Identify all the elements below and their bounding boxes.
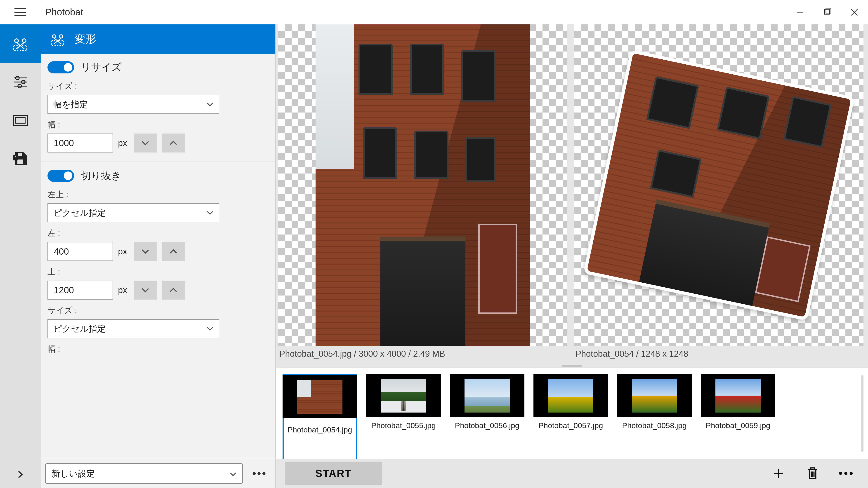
actionbar-more-button[interactable]: ••• xyxy=(834,462,859,485)
resize-title: リサイズ xyxy=(81,61,122,74)
app-title: Photobat xyxy=(45,7,83,18)
resize-width-label: 幅 : xyxy=(48,119,269,130)
crop-top-input[interactable]: 1200 xyxy=(48,281,113,300)
thumbnail-image xyxy=(283,375,357,418)
svg-rect-5 xyxy=(826,8,831,13)
svg-rect-20 xyxy=(16,118,25,123)
svg-rect-24 xyxy=(14,156,17,157)
nav-rail xyxy=(0,24,41,488)
crop-left-label: 左 : xyxy=(48,228,269,239)
crop-anchor-mode-select[interactable]: ピクセル指定 xyxy=(48,203,219,222)
main-area: Photobat_0054.jpg / 3000 x 4000 / 2.49 M… xyxy=(276,24,868,488)
nav-frame[interactable] xyxy=(0,101,41,140)
thumbnail-item[interactable]: Photobat_0056.jpg xyxy=(450,374,524,430)
crop-size-label: サイズ : xyxy=(48,305,269,316)
nav-adjust[interactable] xyxy=(0,63,41,101)
thumbnail-item[interactable]: Photobat_0058.jpg xyxy=(617,374,692,430)
resize-width-decrease[interactable] xyxy=(134,133,157,153)
add-button[interactable] xyxy=(766,462,791,485)
resize-toggle[interactable] xyxy=(48,61,74,73)
thumbnail-image xyxy=(617,374,692,417)
crop-top-label: 上 : xyxy=(48,266,269,278)
chevron-down-icon xyxy=(207,325,213,332)
start-button[interactable]: START xyxy=(285,462,382,485)
thumbnail-image xyxy=(533,374,608,417)
thumbnail-label: Photobat_0058.jpg xyxy=(622,421,686,430)
svg-point-9 xyxy=(22,39,26,42)
panel-header: 変形 xyxy=(41,24,275,54)
crop-anchor-label: 左上 : xyxy=(48,189,269,200)
resize-size-label: サイズ : xyxy=(48,80,269,92)
preview-area: Photobat_0054.jpg / 3000 x 4000 / 2.49 M… xyxy=(276,24,868,363)
thumbnail-image xyxy=(701,374,775,417)
thumbnail-item[interactable]: Photobat_0054.jpg xyxy=(283,374,357,459)
preview-result-caption: Photobat_0054 / 1248 x 1248 xyxy=(574,346,864,363)
nav-save[interactable] xyxy=(0,140,41,178)
thumbnail-image xyxy=(450,374,524,417)
chevron-down-icon xyxy=(207,209,213,217)
panel-footer: 新しい設定 ••• xyxy=(41,459,275,488)
svg-point-8 xyxy=(15,39,18,42)
window-controls xyxy=(786,0,868,24)
hamburger-menu-button[interactable] xyxy=(0,0,41,24)
crop-width-label: 幅 : xyxy=(48,344,269,355)
delete-button[interactable] xyxy=(800,462,825,485)
preview-result-canvas[interactable] xyxy=(574,24,864,346)
svg-rect-4 xyxy=(825,9,829,14)
preview-result: Photobat_0054 / 1248 x 1248 xyxy=(574,24,864,363)
crop-left-decrease[interactable] xyxy=(134,242,157,261)
thumbnail-strip: Photobat_0054.jpgPhotobat_0055.jpgPhotob… xyxy=(276,368,868,459)
crop-title: 切り抜き xyxy=(81,169,121,182)
preview-thumb-splitter[interactable] xyxy=(276,363,868,368)
crop-top-increase[interactable] xyxy=(162,281,185,300)
thumbnail-label: Photobat_0056.jpg xyxy=(455,421,519,430)
panel-title: 変形 xyxy=(74,32,96,46)
thumbnail-label: Photobat_0059.jpg xyxy=(706,421,770,430)
window-maximize-button[interactable] xyxy=(814,0,841,24)
preset-select[interactable]: 新しい設定 xyxy=(45,463,243,484)
preview-original-canvas[interactable] xyxy=(278,24,567,346)
action-bar: START ••• xyxy=(276,459,868,488)
thumbnail-label: Photobat_0055.jpg xyxy=(371,421,436,430)
crop-left-increase[interactable] xyxy=(162,242,185,261)
resize-width-input[interactable]: 1000 xyxy=(48,133,113,153)
crop-toggle[interactable] xyxy=(48,170,74,182)
panel-more-button[interactable]: ••• xyxy=(248,463,271,484)
nav-expand-button[interactable] xyxy=(0,461,41,488)
window-minimize-button[interactable] xyxy=(786,0,814,24)
chevron-down-icon xyxy=(207,101,213,108)
crop-left-input[interactable]: 400 xyxy=(48,242,113,261)
unit-label: px xyxy=(118,138,127,148)
resize-width-increase[interactable] xyxy=(162,133,185,153)
thumbnail-label: Photobat_0054.jpg xyxy=(284,422,356,434)
thumbnail-item[interactable]: Photobat_0059.jpg xyxy=(701,374,775,430)
svg-rect-37 xyxy=(811,468,814,470)
settings-panel: 変形 リサイズ サイズ : 幅を指定 幅 : xyxy=(41,24,276,488)
scissors-icon xyxy=(50,31,66,47)
thumbnail-item[interactable]: Photobat_0057.jpg xyxy=(533,374,608,430)
thumbnail-item[interactable]: Photobat_0055.jpg xyxy=(366,374,441,430)
svg-point-26 xyxy=(59,35,63,38)
chevron-down-icon xyxy=(230,469,237,479)
thumbnail-label: Photobat_0057.jpg xyxy=(538,421,603,430)
crop-top-decrease[interactable] xyxy=(134,281,157,300)
thumbnail-scrollbar[interactable] xyxy=(861,375,864,452)
crop-size-mode-select[interactable]: ピクセル指定 xyxy=(48,319,219,338)
resize-size-mode-select[interactable]: 幅を指定 xyxy=(48,95,219,114)
thumbnail-image xyxy=(366,374,441,417)
section-resize: リサイズ サイズ : 幅を指定 幅 : 1000 px xyxy=(41,54,275,162)
titlebar: Photobat xyxy=(0,0,868,24)
section-crop: 切り抜き 左上 : ピクセル指定 左 : 400 px xyxy=(41,162,275,367)
preview-original-caption: Photobat_0054.jpg / 3000 x 4000 / 2.49 M… xyxy=(278,346,567,363)
nav-transform[interactable] xyxy=(0,24,41,63)
preview-original: Photobat_0054.jpg / 3000 x 4000 / 2.49 M… xyxy=(278,24,567,363)
window-close-button[interactable] xyxy=(841,0,868,24)
svg-point-25 xyxy=(53,35,56,38)
resize-size-mode-value: 幅を指定 xyxy=(53,99,88,110)
